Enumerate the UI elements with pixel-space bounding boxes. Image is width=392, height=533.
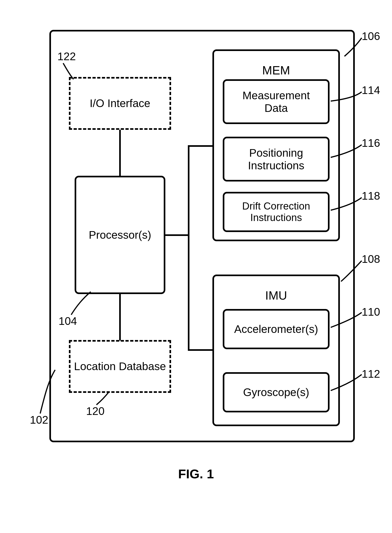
ref-122: 122 — [57, 50, 76, 63]
leaders — [0, 0, 392, 533]
ref-110: 110 — [362, 306, 380, 318]
page: Processor(s) I/O Interface Location Data… — [0, 0, 392, 533]
ref-106: 106 — [362, 30, 380, 42]
ref-108: 108 — [362, 253, 380, 265]
ref-104: 104 — [59, 315, 77, 327]
ref-112: 112 — [362, 368, 380, 380]
ref-120: 120 — [86, 405, 104, 417]
figure-label: FIG. 1 — [178, 466, 214, 481]
ref-102: 102 — [30, 414, 48, 426]
ref-118: 118 — [362, 189, 380, 202]
ref-116: 116 — [362, 137, 380, 149]
ref-114: 114 — [362, 84, 380, 96]
